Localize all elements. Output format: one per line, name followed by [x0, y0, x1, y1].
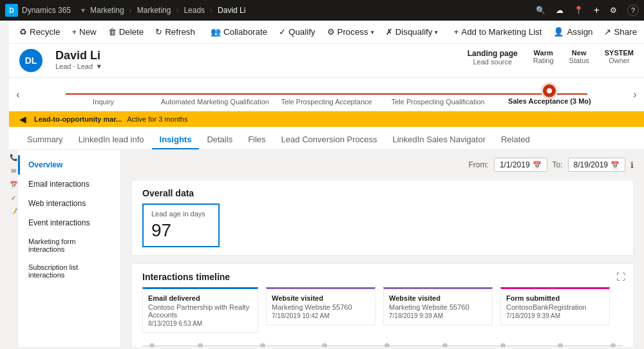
page-container: ♻ Recycle + New 🗑 Delete ↻ Refresh 👥 Col…: [9, 21, 644, 347]
dot-1: [149, 343, 155, 347]
sidebar-phone-icon[interactable]: 📞: [10, 154, 17, 161]
tab-details[interactable]: Details: [199, 129, 240, 149]
nav-item-event[interactable]: Event interactions: [18, 213, 120, 232]
help-icon[interactable]: ?: [627, 5, 639, 16]
timeline-title: Interactions timeline: [142, 272, 623, 282]
dot-7: [500, 343, 506, 347]
stage-label-amq: Automated Marketing Qualification: [161, 98, 269, 106]
qualify-button[interactable]: ✓ Qualify: [274, 24, 320, 39]
entity-title-block: DL David Li Lead · Lead ▼: [19, 49, 102, 72]
new-button[interactable]: + New: [66, 24, 101, 39]
timeline-item-website-visited-1: Website visited Marketing Website 55760 …: [266, 287, 375, 333]
nav-item-marketing-form[interactable]: Marketing form interactions: [18, 232, 120, 258]
refresh-button[interactable]: ↻ Refresh: [150, 24, 200, 39]
stage-label-tpa: Tele Prospecting Acceptance: [281, 98, 372, 106]
sidebar-email-icon[interactable]: ✉: [11, 167, 16, 174]
metric-value: 97: [151, 220, 211, 241]
tab-related[interactable]: Related: [493, 129, 538, 149]
to-label: To:: [553, 160, 563, 169]
alert-bar: ◀ Lead-to-opportunity mar... Active for …: [9, 111, 644, 127]
timeline-expand-button[interactable]: ⛶: [616, 272, 625, 282]
main-area: 📞 ✉ 📅 ✓ 📝 Overview Email interactions We…: [9, 150, 644, 347]
stage-icon-sa: [543, 84, 556, 97]
from-calendar-icon[interactable]: 📅: [533, 161, 542, 169]
overall-data-title: Overall data: [142, 188, 623, 198]
to-date-input[interactable]: 8/19/2019 📅: [568, 158, 625, 172]
nav-item-email[interactable]: Email interactions: [18, 174, 120, 194]
disqualify-button[interactable]: ✗ Disqualify ▾: [381, 24, 444, 39]
assign-button[interactable]: 👤 Assign: [548, 24, 598, 39]
location-icon[interactable]: 📍: [574, 6, 583, 15]
process-button[interactable]: ⚙ Process ▾: [322, 24, 379, 39]
brand-label: Dynamics 365: [22, 6, 71, 15]
date-info-icon: ℹ: [630, 160, 634, 170]
entity-header: DL David Li Lead · Lead ▼ Landing page L…: [9, 44, 644, 78]
process-bar: ‹ Inquiry Automated Marketing Qualific: [9, 78, 644, 111]
to-date-value: 8/19/2019: [574, 160, 608, 169]
stage-label-tpq: Tele Prospecting Qualification: [392, 98, 485, 106]
collaborate-icon: 👥: [211, 27, 221, 37]
process-nav-right[interactable]: ›: [626, 78, 644, 111]
metric-box-lead-age: Lead age in days 97: [142, 203, 220, 247]
alert-subtext: Active for 3 months: [127, 115, 187, 123]
stage-label-sa: Sales Acceptance (3 Mo): [508, 97, 591, 105]
stage-icon-amq: [209, 84, 222, 97]
nav-item-web[interactable]: Web interactions: [18, 194, 120, 213]
tab-lead-conversion[interactable]: Lead Conversion Process: [274, 129, 385, 149]
collaborate-button[interactable]: 👥 Collaborate: [205, 24, 272, 39]
tab-linkedin-sales-nav[interactable]: LinkedIn Sales Navigator: [384, 129, 493, 149]
timeline-item-email-delivered: Email delivered Contoso Partnership with…: [142, 287, 258, 333]
interactions-timeline-card: Interactions timeline ⛶ Email delivered …: [131, 263, 634, 347]
dot-6: [442, 343, 448, 347]
stage-label-inquiry: Inquiry: [93, 98, 114, 106]
lead-dropdown-icon[interactable]: ▼: [95, 62, 102, 70]
assign-icon: 👤: [553, 27, 564, 37]
tab-linkedin-lead-info[interactable]: LinkedIn lead info: [71, 129, 152, 149]
delete-icon: 🗑: [108, 27, 117, 37]
process-nav-left[interactable]: ‹: [9, 78, 27, 111]
recycle-button[interactable]: ♻ Recycle: [14, 24, 65, 39]
app-label: Marketing: [90, 6, 124, 15]
dot-2: [198, 343, 203, 347]
sidebar-calendar-icon[interactable]: 📅: [10, 181, 17, 188]
stage-icon-inquiry: [97, 84, 110, 97]
settings-icon[interactable]: ⚙: [610, 6, 617, 15]
to-calendar-icon[interactable]: 📅: [611, 161, 620, 169]
nav-item-subscription[interactable]: Subscription list interactions: [18, 258, 120, 284]
nav-item-overview[interactable]: Overview: [18, 155, 120, 174]
from-date-input[interactable]: 1/1/2019 📅: [494, 158, 547, 172]
brand-area: D Dynamics 365: [5, 4, 71, 17]
timeline-item-website-visited-2: Website visited Marketing Website 55760 …: [383, 287, 493, 333]
timeline-line: [142, 338, 623, 347]
avatar: DL: [19, 49, 43, 72]
add-icon[interactable]: +: [594, 5, 600, 16]
tabs-bar: Summary LinkedIn lead info Insights Deta…: [9, 127, 644, 150]
alert-text: Lead-to-opportunity mar...: [34, 115, 122, 123]
cloud-icon[interactable]: ☁: [556, 6, 564, 15]
overall-data-card: Overall data Lead age in days 97: [131, 180, 634, 256]
share-button[interactable]: ↗ Share: [599, 24, 642, 39]
delete-button[interactable]: 🗑 Delete: [103, 24, 149, 39]
tab-insights[interactable]: Insights: [152, 129, 200, 149]
breadcrumb-david-li: David Li: [218, 6, 245, 15]
search-icon[interactable]: 🔍: [536, 6, 545, 15]
sidebar-note-icon[interactable]: 📝: [10, 208, 17, 215]
tab-summary[interactable]: Summary: [19, 129, 71, 149]
disqualify-dropdown-icon: ▾: [435, 29, 438, 35]
entity-name: David Li: [55, 49, 102, 62]
process-icon: ⚙: [327, 27, 335, 37]
stage-icon-tpq: [431, 84, 444, 97]
breadcrumb-marketing[interactable]: Marketing: [137, 6, 171, 15]
from-date-value: 1/1/2019: [500, 160, 530, 169]
refresh-icon: ↻: [155, 27, 162, 37]
timeline-item-form-submitted-1: Form submitted ContosoBankRegistration 7…: [500, 287, 610, 333]
sidebar-task-icon[interactable]: ✓: [11, 194, 16, 202]
dot-4: [322, 343, 327, 347]
full-page: D Dynamics 365 ▾ Marketing › Marketing ›…: [0, 0, 644, 349]
top-nav: D Dynamics 365 ▾ Marketing › Marketing ›…: [0, 0, 644, 21]
date-range-bar: From: 1/1/2019 📅 To: 8/19/2019 📅 ℹ: [131, 158, 634, 172]
entity-name-block: David Li Lead · Lead ▼: [55, 49, 102, 70]
tab-files[interactable]: Files: [240, 129, 273, 149]
add-to-list-button[interactable]: + Add to Marketing List: [448, 24, 547, 39]
breadcrumb-leads[interactable]: Leads: [184, 6, 205, 15]
